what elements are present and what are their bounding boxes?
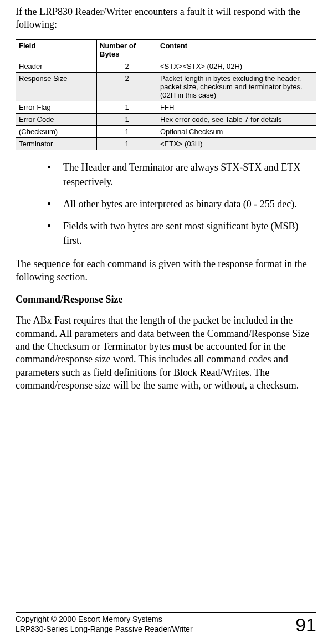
cell-field: Error Code <box>16 114 97 126</box>
page-number: 91 <box>295 615 316 634</box>
footer-text: Copyright © 2000 Escort Memory Systems L… <box>16 615 193 634</box>
cell-bytes: 1 <box>97 126 157 138</box>
cell-bytes: 1 <box>97 101 157 114</box>
th-content: Content <box>157 40 316 60</box>
cell-content: Optional Checksum <box>157 126 316 138</box>
sequence-paragraph: The sequence for each command is given w… <box>16 258 316 284</box>
footer-line2: LRP830-Series Long-Range Passive Reader/… <box>16 625 193 635</box>
cell-bytes: 1 <box>97 138 157 150</box>
page-footer: Copyright © 2000 Escort Memory Systems L… <box>16 612 316 634</box>
section-heading: Command/Response Size <box>16 294 316 305</box>
th-field: Field <box>16 40 97 60</box>
table-row: Terminator 1 <ETX> (03H) <box>16 138 316 150</box>
cell-bytes: 1 <box>97 114 157 126</box>
cell-field: Header <box>16 60 97 73</box>
cell-field: (Checksum) <box>16 126 97 138</box>
cell-content: FFH <box>157 101 316 114</box>
cell-content: Packet length in bytes excluding the hea… <box>157 73 316 101</box>
notes-list: The Header and Terminator are always STX… <box>16 160 316 248</box>
list-item: Fields with two bytes are sent most sign… <box>48 219 312 248</box>
list-item: All other bytes are interpreted as binar… <box>48 197 312 211</box>
table-row: Error Code 1 Hex error code, see Table 7… <box>16 114 316 126</box>
cell-field: Response Size <box>16 73 97 101</box>
table-row: (Checksum) 1 Optional Checksum <box>16 126 316 138</box>
table-header-row: Field Number of Bytes Content <box>16 40 316 60</box>
cell-bytes: 2 <box>97 60 157 73</box>
page: If the LRP830 Reader/Writer encounters a… <box>0 0 333 644</box>
body-paragraph: The ABx Fast requires that the length of… <box>16 314 316 392</box>
cell-field: Error Flag <box>16 101 97 114</box>
table-row: Response Size 2 Packet length in bytes e… <box>16 73 316 101</box>
cell-bytes: 2 <box>97 73 157 101</box>
fault-response-table: Field Number of Bytes Content Header 2 <… <box>16 39 316 150</box>
cell-content: <STX><STX> (02H, 02H) <box>157 60 316 73</box>
table-row: Error Flag 1 FFH <box>16 101 316 114</box>
cell-content: Hex error code, see Table 7 for details <box>157 114 316 126</box>
cell-content: <ETX> (03H) <box>157 138 316 150</box>
cell-field: Terminator <box>16 138 97 150</box>
list-item: The Header and Terminator are always STX… <box>48 160 312 189</box>
th-bytes: Number of Bytes <box>97 40 157 60</box>
footer-line1: Copyright © 2000 Escort Memory Systems <box>16 615 193 625</box>
intro-paragraph: If the LRP830 Reader/Writer encounters a… <box>16 6 316 30</box>
table-row: Header 2 <STX><STX> (02H, 02H) <box>16 60 316 73</box>
